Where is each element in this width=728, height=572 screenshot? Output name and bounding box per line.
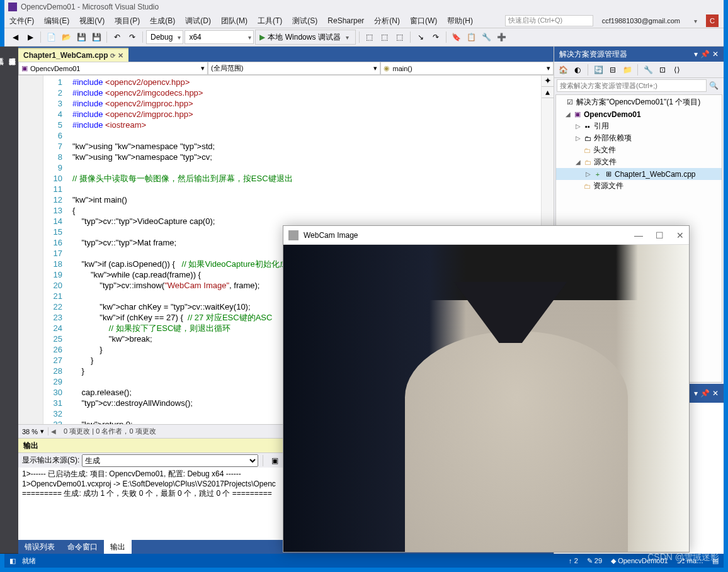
toolbar-icon[interactable]: 📋 [465, 30, 479, 44]
platform-combo[interactable]: x64 [185, 30, 254, 44]
user-avatar[interactable]: C [706, 14, 719, 27]
close-icon[interactable]: ✕ [118, 52, 123, 60]
main-toolbar: ◀ ▶ 📄 📂 💾 💾 ↶ ↷ Debug x64 ▶ 本地 Windows 调… [4, 28, 724, 47]
toolbar-icon[interactable]: ◐ [571, 64, 584, 76]
user-email[interactable]: ccf19881030@gmail.com [597, 17, 685, 25]
menu-debug[interactable]: 调试(D) [180, 16, 216, 26]
home-icon[interactable]: 🏠 [557, 64, 569, 76]
dropdown-icon[interactable]: ▾ [694, 50, 698, 59]
pin-icon[interactable]: ⟳ [110, 52, 115, 59]
toolbox-tab[interactable]: 工具箱 [0, 47, 6, 554]
nav-back-icon[interactable]: ◀ [8, 30, 22, 44]
step-into-icon[interactable]: ↘ [414, 30, 428, 44]
split-arrow-icon[interactable]: ▴ [542, 87, 554, 98]
toolbar-icon[interactable]: ➕ [495, 30, 509, 44]
webcam-window[interactable]: WebCam Image — ☐ ✕ [283, 225, 690, 552]
sources-node[interactable]: 源文件 [594, 157, 617, 167]
save-all-icon[interactable]: 💾 [89, 30, 103, 44]
solution-explorer-title: 解决方案资源管理器 ▾📌✕ [554, 47, 724, 62]
code-margin [18, 76, 43, 424]
menu-window[interactable]: 窗口(W) [405, 16, 442, 26]
document-tab[interactable]: Chapter1_WebCam.cpp ⟳ ✕ [18, 48, 128, 62]
menu-analyze[interactable]: 分析(N) [369, 16, 405, 26]
quick-launch[interactable]: 快速启动 (Ctrl+Q) [505, 15, 593, 26]
solution-search: 🔍 [554, 78, 724, 93]
solution-node[interactable]: 解决方案"OpencvDemo01"(1 个项目) [576, 97, 700, 108]
webcam-app-icon [288, 230, 299, 240]
solution-explorer-toolbar: 🏠 ◐ 🔄 ⊟ 📁 🔧 ⊡ ⟨⟩ [554, 62, 724, 78]
solution-search-input[interactable] [557, 79, 707, 92]
tab-output[interactable]: 输出 [104, 540, 132, 554]
menu-tools[interactable]: 工具(T) [253, 16, 287, 26]
tab-error-list[interactable]: 错误列表 [18, 540, 61, 554]
menu-resharper[interactable]: ReSharper [322, 16, 369, 25]
nav-fwd-icon[interactable]: ▶ [23, 30, 37, 44]
save-icon[interactable]: 💾 [74, 30, 88, 44]
headers-node[interactable]: 头文件 [593, 145, 616, 155]
server-explorer-tab[interactable]: 服务器资源管理器 [6, 47, 18, 554]
menu-edit[interactable]: 编辑(E) [39, 16, 74, 26]
undo-icon[interactable]: ↶ [110, 30, 124, 44]
step-over-icon[interactable]: ↷ [429, 30, 443, 44]
window-title: OpencvDemo01 - Microsoft Visual Studio [21, 3, 159, 11]
status-ready: 就绪 [22, 556, 36, 566]
pin-icon[interactable]: 📌 [700, 50, 710, 59]
menubar: 文件(F) 编辑(E) 视图(V) 项目(P) 生成(B) 调试(D) 团队(M… [4, 14, 724, 28]
toolbar-icon[interactable]: ⬚ [363, 30, 377, 44]
play-icon: ▶ [259, 33, 265, 42]
function-combo[interactable]: ◉main()▾ [380, 62, 554, 75]
output-source-label: 显示输出来源(S): [22, 455, 79, 466]
menu-team[interactable]: 团队(M) [216, 16, 253, 26]
menu-view[interactable]: 视图(V) [74, 16, 110, 26]
close-icon[interactable]: ✕ [712, 389, 719, 398]
toolbar-icon[interactable]: ⬚ [378, 30, 392, 44]
refresh-icon[interactable]: 🔄 [592, 64, 605, 76]
status-changes[interactable]: ✎ 29 [587, 557, 602, 565]
status-publish[interactable]: ↑ 2 [569, 557, 578, 564]
external-deps-node[interactable]: 外部依赖项 [594, 133, 632, 143]
redo-icon[interactable]: ↷ [125, 30, 139, 44]
collapse-icon[interactable]: ⊟ [606, 64, 619, 76]
start-debug-button[interactable]: ▶ 本地 Windows 调试器 ▾ [255, 30, 355, 45]
maximize-icon[interactable]: ☐ [656, 230, 664, 240]
close-icon[interactable]: ✕ [676, 230, 684, 240]
tab-label: Chapter1_WebCam.cpp [23, 51, 108, 60]
menu-help[interactable]: 帮助(H) [442, 16, 478, 26]
menu-build[interactable]: 生成(B) [145, 16, 180, 26]
vs-icon [8, 3, 17, 11]
codelens-stats: 0 项更改 | 0 名作者，0 项更改 [59, 427, 161, 436]
output-icon[interactable]: ▣ [268, 454, 282, 468]
menu-file[interactable]: 文件(F) [4, 16, 39, 26]
properties-icon[interactable]: 🔧 [642, 64, 654, 76]
project-node[interactable]: OpencvDemo01 [584, 110, 641, 119]
open-file-icon[interactable]: 📂 [59, 30, 73, 44]
source-file-node[interactable]: Chapter1_WebCam.cpp [615, 170, 696, 179]
menu-project[interactable]: 项目(P) [110, 16, 145, 26]
config-combo[interactable]: Debug [146, 30, 183, 44]
close-icon[interactable]: ✕ [712, 50, 719, 59]
toolbar-icon[interactable]: 🔖 [450, 30, 464, 44]
dropdown-icon[interactable]: ▾ [694, 389, 698, 398]
output-source-combo[interactable]: 生成 [82, 454, 258, 467]
webcam-titlebar[interactable]: WebCam Image — ☐ ✕ [283, 226, 689, 245]
search-icon[interactable]: 🔍 [707, 81, 721, 90]
tab-command-window[interactable]: 命令窗口 [61, 540, 104, 554]
toolbar-icon[interactable]: ⟨⟩ [671, 64, 683, 76]
pin-icon[interactable]: 📌 [700, 389, 710, 398]
show-all-icon[interactable]: 📁 [621, 64, 634, 76]
minimize-icon[interactable]: — [634, 230, 643, 240]
statusbar: ◧ 就绪 ↑ 2 ✎ 29 ◆ OpencvDemo01 ⎇ ma… ▤ [4, 554, 724, 568]
line-numbers: 1234567891011121314151617181920212223242… [43, 76, 66, 424]
references-node[interactable]: 引用 [594, 121, 609, 132]
toolbar-icon[interactable]: ⊡ [656, 64, 669, 76]
toolbar-icon[interactable]: 🔧 [480, 30, 494, 44]
resources-node[interactable]: 资源文件 [593, 181, 623, 191]
split-icon[interactable]: ✦ [542, 76, 554, 87]
project-scope-combo[interactable]: ▣OpencvDemo01▾ [18, 62, 208, 75]
new-project-icon[interactable]: 📄 [44, 30, 58, 44]
toolbar-icon[interactable]: ⬚ [393, 30, 407, 44]
zoom-combo[interactable]: 38 %▾ [18, 427, 48, 435]
global-scope-combo[interactable]: (全局范围)▾ [208, 62, 381, 75]
left-tool-strip: 服务器资源管理器 工具箱 [4, 47, 18, 554]
menu-test[interactable]: 测试(S) [287, 16, 322, 26]
